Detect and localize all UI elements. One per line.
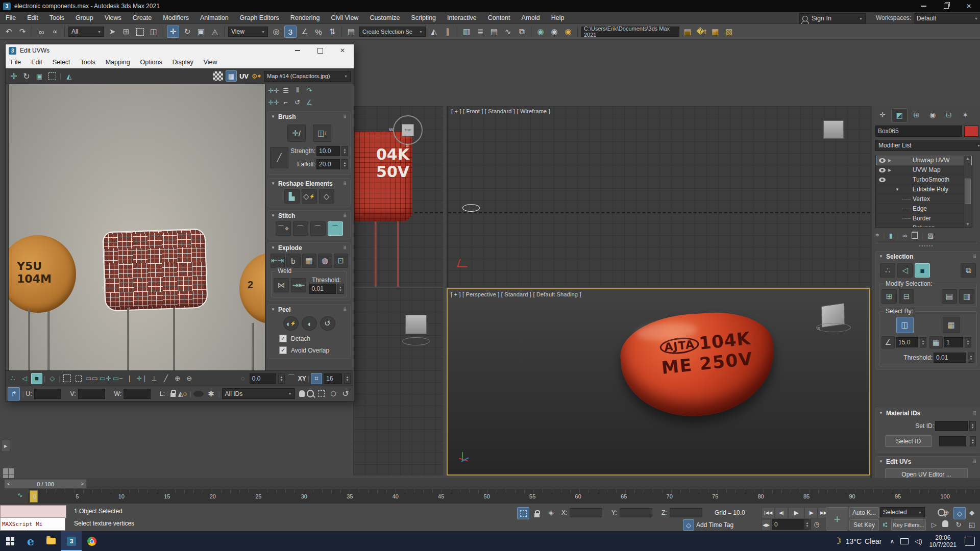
uv-space-button[interactable]: UV [239,72,249,80]
angle-spinner[interactable] [920,337,926,347]
stitch-selected-icon[interactable]: ⌒ [328,221,343,236]
set-keys-button[interactable]: ＋ [826,507,848,531]
z-coord-field[interactable] [670,508,702,517]
macro-recorder-icon[interactable]: ▧ [723,26,734,37]
select-id-spinner[interactable] [970,436,976,446]
align-element-icon[interactable]: ↺ [292,97,303,107]
select-by-angle-icon[interactable]: ∠ [881,336,895,348]
flatten-by-group-icon[interactable]: ⇤⇥ [271,254,285,268]
remove-modifier-icon[interactable] [912,232,918,239]
straighten-selection-icon[interactable]: ▙ [284,189,300,204]
reshape-rollout-header[interactable]: ▼Reshape Elements⠿ [268,179,350,188]
uvw-menu-item[interactable]: Mapping [101,57,135,68]
edit-named-selection-icon[interactable]: ▤ [346,26,357,37]
select-id-field[interactable] [939,436,966,446]
falloff-spinner[interactable] [341,159,348,169]
relax-until-flat-icon[interactable]: ◇⚡ [302,189,317,204]
menu-item[interactable]: Edit [21,12,44,23]
time-range-bar[interactable]: < 0 / 100 > [4,479,87,489]
detach-checkbox[interactable]: ✓ [279,335,287,342]
tab-display[interactable]: ⊡ [941,108,957,121]
align-free-icon[interactable]: ⊥ [149,373,159,384]
select-rotate-icon[interactable]: ↻ [182,26,193,37]
soft-selection-value-field[interactable]: 0.0 [250,373,276,384]
render-frame-icon[interactable]: ◉ [562,26,574,37]
pan-view-icon[interactable] [942,520,948,527]
unlink-icon[interactable]: ∝ [50,26,61,37]
shrink-selection-icon[interactable]: ⊟ [899,289,914,304]
strength-field[interactable]: 10.0 [316,146,340,156]
viewcube-compass[interactable]: TOP W S [393,115,423,145]
selection-rollout-header[interactable]: ▼Selection⠿ [876,252,980,261]
stitch-custom-icon[interactable]: ⌒⌖ [276,221,291,236]
visibility-eye-icon[interactable] [879,178,886,182]
make-unique-icon[interactable]: ∞ [902,232,907,239]
lock-selection-icon[interactable] [170,393,175,397]
tab-hierarchy[interactable]: ⊞ [909,108,924,121]
uvw-menu-item[interactable]: View [199,57,223,68]
snap-grid-icon[interactable]: ⌗ [311,373,322,384]
uv-polygon-mode-icon[interactable]: ■ [31,373,42,384]
edit-uvws-titlebar[interactable]: 3 Edit UVWs ✕ [6,44,354,57]
quick-peel-icon[interactable]: ◖⚡ [283,316,299,331]
menu-item[interactable]: Graph Editors [234,12,285,23]
align-vertical-icon[interactable]: ⦀ [292,85,303,95]
toggle-layer-explorer-icon[interactable]: ≣ [475,26,486,37]
w-field[interactable] [124,389,151,399]
prev-frame-icon[interactable]: ◀| [775,507,788,518]
falloff-curve-icon[interactable]: ╱ [270,147,288,168]
zoom-all-icon[interactable]: ⊕ [941,507,951,517]
paint-select-icon[interactable]: ╱ [161,373,171,384]
menu-item[interactable]: Civil View [325,12,364,23]
set-key-button[interactable]: Set Key [849,519,879,531]
modifier-stack-row[interactable]: ▶ ▼ Edge [876,204,972,214]
run-script-icon[interactable]: ▦ [709,26,721,37]
tab-modify[interactable]: ◩ [891,108,908,122]
uvw-menu-item[interactable]: File [6,57,26,68]
uvw-menu-item[interactable]: Display [167,57,199,68]
falloff-space-button[interactable]: XY [298,375,306,382]
x-coord-field[interactable] [570,508,602,517]
paint-select-add-icon[interactable]: ⊕ [173,373,183,384]
peel-reset-icon[interactable]: ↺ [320,316,335,331]
redo-icon[interactable]: ↷ [17,26,28,37]
flatten-custom-icon[interactable]: ⊡ [334,254,348,268]
menu-item[interactable]: Customize [364,12,405,23]
avoid-overlap-checkbox[interactable]: ✓ [279,346,287,354]
3ds-max-taskbar-icon[interactable]: 3 [61,531,82,551]
shrink-uv-selection-icon[interactable] [74,373,84,384]
select-link-icon[interactable]: ∞ [36,26,47,37]
chrome-icon[interactable] [82,531,102,551]
zoom-region-tool-icon[interactable]: ▷ [929,519,939,530]
uvw-show-map-icon[interactable]: ▦ [226,70,237,82]
selection-preview-icon[interactable] [193,391,204,397]
mini-curve-editor-icon[interactable]: ∿ [17,491,23,499]
uv-wireframe-overlay[interactable] [102,229,208,312]
select-by-name-icon[interactable]: ⊞ [120,26,132,37]
u-field[interactable] [34,389,61,399]
brush-rollout-header[interactable]: ▼Brush⠿ [268,112,350,121]
peel-mode-icon[interactable]: ◖ [302,316,317,331]
weld-custom-icon[interactable]: ⋈ [274,278,289,292]
maximize-viewport-icon[interactable]: ◱ [967,519,977,530]
align-h-icon[interactable]: ✛❘ [136,373,148,384]
visibility-eye-icon[interactable] [879,168,886,172]
flatten-by-angle-icon[interactable]: b [286,254,301,268]
play-button-icon[interactable]: ▶ [788,507,804,518]
threshold-field[interactable]: 0.01 [934,353,966,363]
falloff-type-icon[interactable]: ⌒ [286,373,297,384]
transform-gizmo-icon[interactable]: ↱ [8,387,20,400]
tab-create[interactable]: ✛ [875,108,890,121]
preview-update-icon[interactable]: ◭◷ [178,389,188,399]
menu-item[interactable]: Create [127,12,158,23]
select-loop-icon[interactable]: ▤ [942,289,957,304]
volume-icon[interactable]: ◁) [915,537,922,545]
select-move-icon[interactable]: ✛ [167,26,179,38]
selection-lock-icon[interactable] [534,513,540,517]
grow-selection-icon[interactable]: ⊞ [881,289,897,304]
select-ring-icon[interactable]: ▥ [959,289,974,304]
project-folder-field[interactable]: C:\Users\Erik\Documents\3ds Max 2021 [581,27,679,37]
uvw-close-button[interactable]: ✕ [331,44,354,57]
align-icon[interactable]: ∥ [442,26,453,37]
toggle-ribbon-icon[interactable]: ▤ [488,26,500,37]
